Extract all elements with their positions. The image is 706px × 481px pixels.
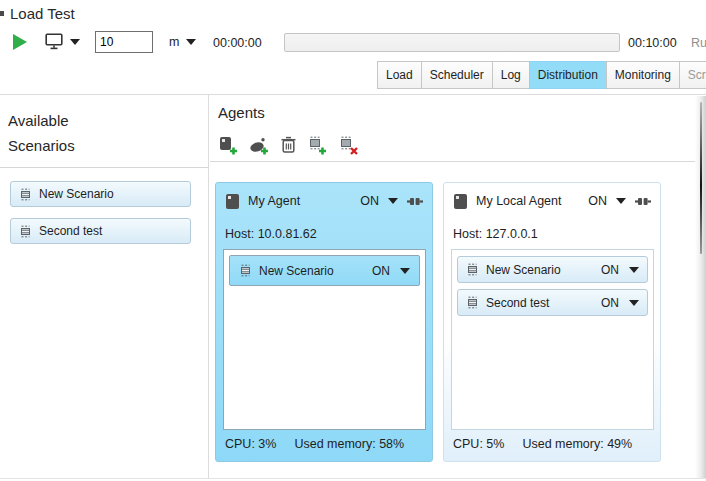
agent-header: My Local Agent ON bbox=[454, 192, 651, 210]
scenario-state-label: ON bbox=[372, 264, 390, 278]
duration-input[interactable] bbox=[95, 31, 153, 53]
agent-memory: Used memory: 58% bbox=[294, 437, 404, 451]
monitor-dropdown-button[interactable] bbox=[45, 33, 80, 50]
scenario-label: New Scenario bbox=[39, 187, 114, 201]
agent-scenario-list: New Scenario ON Second test ON bbox=[451, 249, 654, 430]
tab-strip: Load Scheduler Log Distribution Monitori… bbox=[377, 61, 706, 90]
bottom-divider bbox=[0, 478, 706, 479]
run-status-label: Run bbox=[691, 36, 706, 50]
duration-unit-dropdown[interactable]: m bbox=[169, 35, 196, 49]
connect-plug-icon[interactable] bbox=[407, 197, 423, 206]
agent-cpu: CPU: 5% bbox=[453, 437, 504, 451]
scenario-state-label: ON bbox=[601, 296, 619, 310]
available-scenarios-title: Available Scenarios bbox=[8, 108, 118, 158]
agent-status-bar: CPU: 5% Used memory: 49% bbox=[453, 437, 632, 451]
app-window: Load Test m 00:00:00 00:10:00 Run Load S… bbox=[0, 0, 706, 481]
scenario-label: Second test bbox=[39, 224, 102, 238]
title-bullet-icon bbox=[0, 11, 4, 16]
agent-status-bar: CPU: 3% Used memory: 58% bbox=[225, 437, 404, 451]
scenario-label: New Scenario bbox=[259, 264, 372, 278]
connect-plug-icon[interactable] bbox=[635, 197, 651, 206]
agent-memory: Used memory: 49% bbox=[522, 437, 632, 451]
agent-scenario-row-second-test[interactable]: Second test ON bbox=[457, 289, 648, 316]
scenario-icon bbox=[239, 264, 252, 277]
assign-scenario-icon[interactable] bbox=[307, 135, 328, 156]
agent-scenario-list: New Scenario ON bbox=[223, 249, 426, 430]
add-local-agent-icon[interactable] bbox=[249, 135, 270, 156]
agents-toolbar-divider bbox=[210, 161, 697, 162]
elapsed-time: 00:00:00 bbox=[213, 36, 262, 50]
scenario-icon bbox=[466, 296, 479, 309]
sidebar-divider bbox=[0, 167, 208, 168]
agent-icon bbox=[226, 194, 239, 209]
chevron-down-icon bbox=[186, 39, 196, 45]
agent-state-dropdown-icon[interactable] bbox=[388, 198, 398, 204]
agent-scenario-row-new-scenario[interactable]: New Scenario ON bbox=[229, 255, 420, 286]
tab-scripting[interactable]: Scrip bbox=[679, 61, 706, 89]
delete-agent-icon[interactable] bbox=[280, 135, 297, 156]
scenario-icon bbox=[19, 225, 32, 238]
unassign-scenario-icon[interactable] bbox=[338, 135, 359, 156]
available-scenarios-panel: Available Scenarios New Scenario Second … bbox=[0, 95, 209, 478]
agent-host: Host: 127.0.0.1 bbox=[453, 227, 538, 241]
tab-log[interactable]: Log bbox=[492, 61, 530, 89]
scenario-state-dropdown-icon[interactable] bbox=[400, 268, 410, 274]
page-title: Load Test bbox=[10, 5, 75, 22]
agent-card-my-agent[interactable]: My Agent ON Host: 10.0.81.62 New Scenari… bbox=[215, 182, 433, 462]
agent-card-my-local-agent[interactable]: My Local Agent ON Host: 127.0.0.1 New Sc… bbox=[443, 182, 661, 462]
scenario-item-second-test[interactable]: Second test bbox=[10, 218, 191, 244]
scenario-state-dropdown-icon[interactable] bbox=[629, 267, 639, 273]
scenario-label: New Scenario bbox=[486, 263, 601, 277]
progress-bar bbox=[284, 33, 620, 52]
total-time: 00:10:00 bbox=[628, 36, 677, 50]
scenario-icon bbox=[19, 188, 32, 201]
scenario-label: Second test bbox=[486, 296, 601, 310]
tab-scheduler[interactable]: Scheduler bbox=[421, 61, 493, 89]
agents-title: Agents bbox=[218, 104, 265, 121]
tab-monitoring[interactable]: Monitoring bbox=[606, 61, 680, 89]
agent-name: My Agent bbox=[248, 194, 360, 208]
run-test-button[interactable] bbox=[13, 34, 27, 50]
agent-host: Host: 10.0.81.62 bbox=[225, 227, 317, 241]
agent-state-label: ON bbox=[360, 194, 379, 208]
chevron-down-icon bbox=[70, 39, 80, 45]
add-agent-icon[interactable] bbox=[218, 135, 239, 156]
agent-cpu: CPU: 3% bbox=[225, 437, 276, 451]
scenario-item-new-scenario[interactable]: New Scenario bbox=[10, 181, 191, 207]
scrollbar-thumb[interactable] bbox=[700, 102, 702, 254]
tab-load[interactable]: Load bbox=[377, 61, 422, 89]
agents-toolbar bbox=[218, 135, 359, 156]
vertical-scrollbar[interactable] bbox=[695, 96, 706, 478]
agent-scenario-row-new-scenario[interactable]: New Scenario ON bbox=[457, 256, 648, 283]
agent-state-dropdown-icon[interactable] bbox=[616, 198, 626, 204]
scenario-state-dropdown-icon[interactable] bbox=[629, 300, 639, 306]
agent-state-label: ON bbox=[588, 194, 607, 208]
agent-icon bbox=[454, 194, 467, 209]
agent-name: My Local Agent bbox=[476, 194, 588, 208]
monitor-icon bbox=[45, 33, 65, 50]
agent-header: My Agent ON bbox=[226, 192, 423, 210]
tab-distribution[interactable]: Distribution bbox=[529, 61, 607, 89]
duration-unit-label: m bbox=[169, 35, 179, 49]
agents-panel: Agents My Agent ON bbox=[210, 95, 706, 478]
scenario-icon bbox=[466, 263, 479, 276]
scenario-state-label: ON bbox=[601, 263, 619, 277]
